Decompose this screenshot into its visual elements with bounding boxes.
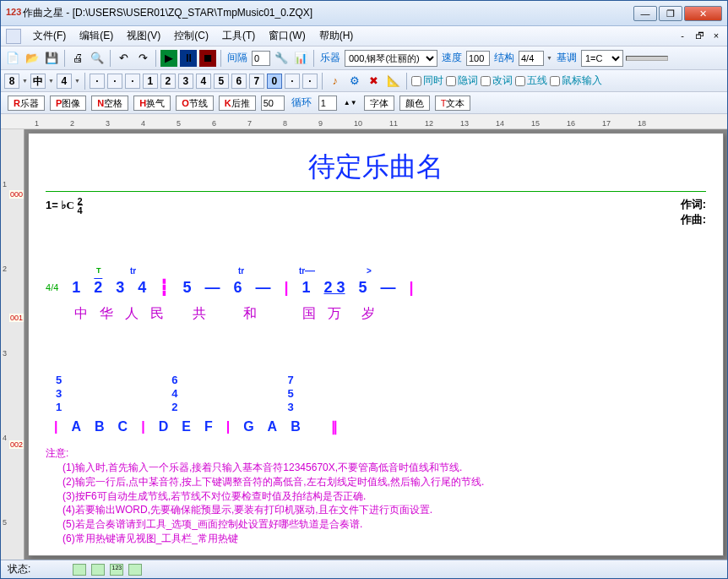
edit-icon-4[interactable]: 📐 xyxy=(385,73,402,90)
close-button[interactable]: ✕ xyxy=(684,6,722,21)
new-icon[interactable]: 📄 xyxy=(4,50,21,67)
speed-input[interactable] xyxy=(466,51,490,66)
loop-label: 循环 xyxy=(290,96,313,110)
pill-image[interactable]: P图像 xyxy=(50,96,86,111)
toolbar-main: 📄 📂 💾 🖨 🔍 ↶ ↷ ▶ ⏸ ⏹ 间隔 🔧 📊 乐器 000,钢琴(壮丽的… xyxy=(1,46,727,70)
drop-icon[interactable]: ▼ xyxy=(48,78,54,84)
pill-barline[interactable]: O节线 xyxy=(176,96,214,111)
note-0[interactable]: 0 xyxy=(267,74,282,89)
score-line-1[interactable]: T tr tr tr┄┄ > 4/4 12 34 ┇ 5— 6— | 1 2 3… xyxy=(46,278,706,297)
font-button[interactable]: 字体 xyxy=(364,96,394,111)
note-3[interactable]: 3 xyxy=(178,74,193,89)
drop-icon[interactable]: ▼ xyxy=(22,78,28,84)
save-icon[interactable]: 💾 xyxy=(43,50,60,67)
structure-input[interactable] xyxy=(519,51,544,66)
letter-line[interactable]: | ABC | DEF | GAB ‖ xyxy=(46,418,706,434)
chk-staff[interactable]: 五线 xyxy=(515,74,547,88)
btn-mid[interactable]: 中 xyxy=(30,74,46,89)
menu-control[interactable]: 控制(C) xyxy=(167,27,215,45)
instrument-label: 乐器 xyxy=(318,51,342,65)
interval-input[interactable] xyxy=(252,51,270,66)
composer-label[interactable]: 作曲: xyxy=(681,212,706,227)
color-button[interactable]: 颜色 xyxy=(399,96,430,111)
edit-icon-2[interactable]: ⚙ xyxy=(346,73,363,90)
line-marker: 000 xyxy=(9,190,24,199)
pill-instrument[interactable]: R乐器 xyxy=(8,96,45,111)
minimize-button[interactable]: — xyxy=(633,6,657,21)
note-dot[interactable]: · xyxy=(107,74,122,89)
menu-tools[interactable]: 工具(T) xyxy=(215,27,262,45)
pill-push[interactable]: K后推 xyxy=(219,96,256,111)
toolbar-notes: 8 ▼ 中 ▼ 4 ▼ · · · 1 2 3 4 5 6 7 0 · · ♪ … xyxy=(1,70,727,92)
status-icon[interactable] xyxy=(73,564,86,576)
menubar-icon xyxy=(6,29,21,44)
undo-icon[interactable]: ↶ xyxy=(115,50,132,67)
song-title[interactable]: 待定乐曲名 xyxy=(46,149,706,186)
preview-icon[interactable]: 🔍 xyxy=(89,50,106,67)
note-2[interactable]: 2 xyxy=(160,74,176,89)
open-icon[interactable]: 📂 xyxy=(24,50,41,67)
stop-icon[interactable]: ⏹ xyxy=(199,50,216,67)
btn-4[interactable]: 4 xyxy=(57,74,72,89)
tool-icon-2[interactable]: 📊 xyxy=(292,50,309,67)
menu-view[interactable]: 视图(V) xyxy=(120,27,167,45)
chord-block[interactable]: 531 642 753 xyxy=(46,374,706,413)
redo-icon[interactable]: ↷ xyxy=(134,50,151,67)
loop-input[interactable] xyxy=(318,96,337,111)
menu-file[interactable]: 文件(F) xyxy=(26,27,73,45)
document-page[interactable]: 待定乐曲名 1= ♭C 24 作词: 作曲: T tr tr tr┄┄ > 4/… xyxy=(28,133,724,556)
tool-icon-1[interactable]: 🔧 xyxy=(273,50,290,67)
spin-up-icon[interactable]: ▲▼ xyxy=(342,95,359,112)
menu-help[interactable]: 帮助(H) xyxy=(312,27,361,45)
menubar: 文件(F) 编辑(E) 视图(V) 控制(C) 工具(T) 窗口(W) 帮助(H… xyxy=(1,26,727,46)
note-5[interactable]: 5 xyxy=(214,74,229,89)
note-4[interactable]: 4 xyxy=(196,74,211,89)
lyricist-label[interactable]: 作词: xyxy=(681,197,706,212)
edit-icon-1[interactable]: ♪ xyxy=(327,73,344,90)
mdi-close-button[interactable]: × xyxy=(710,30,722,42)
chk-simul[interactable]: 同时 xyxy=(411,74,443,88)
lyric-line-1[interactable]: 中华 人民 共 和 国 万 岁 xyxy=(46,305,706,323)
pill-space[interactable]: N空格 xyxy=(91,96,128,111)
mdi-minimize-button[interactable]: - xyxy=(676,30,688,42)
pill-breath[interactable]: H换气 xyxy=(133,96,171,111)
play-icon[interactable]: ▶ xyxy=(160,50,177,67)
structure-drop-icon[interactable]: ▼ xyxy=(546,55,552,61)
chk-hide[interactable]: 隐词 xyxy=(446,74,478,88)
key-signature[interactable]: 1= ♭C 24 xyxy=(46,197,83,227)
mdi-restore-button[interactable]: 🗗 xyxy=(693,30,705,42)
window-title: 作曲之星 - [D:\USERS\USER01\ZQ_STAR\TmpMusic… xyxy=(23,6,632,20)
app-icon: 123 xyxy=(6,7,19,20)
divider xyxy=(46,191,706,192)
push-input[interactable] xyxy=(261,96,285,111)
drop-icon[interactable]: ▼ xyxy=(74,78,80,84)
btn-8[interactable]: 8 xyxy=(4,74,19,89)
key-label: 基调 xyxy=(555,51,579,65)
chk-mouse[interactable]: 鼠标输入 xyxy=(550,74,602,88)
edit-icon-3[interactable]: ✖ xyxy=(366,73,383,90)
speed-label: 速度 xyxy=(440,51,464,65)
chk-change[interactable]: 改词 xyxy=(481,74,513,88)
menu-edit[interactable]: 编辑(E) xyxy=(73,27,120,45)
status-icon[interactable] xyxy=(91,564,105,576)
key-select[interactable]: 1=C xyxy=(581,50,623,67)
text-button[interactable]: TT文本文本 xyxy=(435,96,471,111)
menu-window[interactable]: 窗口(W) xyxy=(262,27,312,45)
note-dot[interactable]: · xyxy=(125,74,140,89)
status-icon[interactable]: 123 xyxy=(110,564,123,576)
note-7[interactable]: 7 xyxy=(249,74,264,89)
note-6[interactable]: 6 xyxy=(231,74,247,89)
instrument-select[interactable]: 000,钢琴(壮丽的) xyxy=(345,50,437,67)
note-dot[interactable]: · xyxy=(90,74,105,89)
print-icon[interactable]: 🖨 xyxy=(69,50,86,67)
note-dot[interactable]: · xyxy=(285,74,300,89)
statusbar: 状态: 123 xyxy=(1,560,727,578)
notes-block[interactable]: 注意: (1)输入时,首先输入一个乐器,接着只输入基本音符12345670X,不… xyxy=(46,446,706,546)
status-icon[interactable] xyxy=(128,564,142,576)
maximize-button[interactable]: ❐ xyxy=(659,6,682,21)
note-dot[interactable]: · xyxy=(302,74,318,89)
volume-slider[interactable] xyxy=(626,56,668,61)
status-label: 状态: xyxy=(8,562,30,576)
pause-icon[interactable]: ⏸ xyxy=(180,50,197,67)
note-1[interactable]: 1 xyxy=(143,74,158,89)
